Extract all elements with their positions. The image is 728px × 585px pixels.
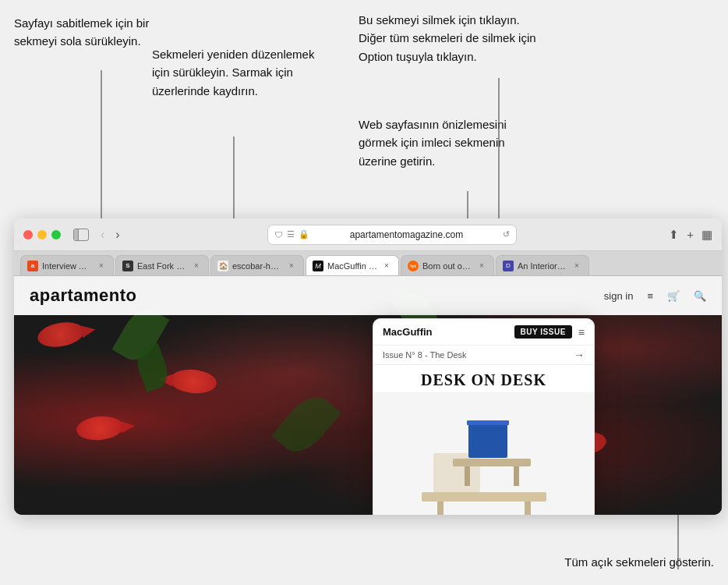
forward-button[interactable]: ›: [113, 228, 122, 242]
tab-favicon-interior: D: [503, 261, 514, 271]
tab-overview-icon[interactable]: ▦: [701, 228, 712, 242]
preview-headline: DESK ON DESK: [373, 365, 594, 392]
tab-favicon-macguffin: M: [313, 261, 323, 271]
tab-escobar[interactable]: 🏠 escobar-hous... ×: [210, 255, 304, 275]
cart-icon[interactable]: 🛒: [667, 290, 680, 302]
tab-label-macguffin: MacGuffin | D...: [327, 261, 377, 271]
tab-close-escobar[interactable]: ×: [286, 261, 297, 271]
sidebar-toggle-button[interactable]: [73, 229, 89, 241]
annotation-show-all-tabs: Tüm açık sekmeleri gösterin.: [496, 553, 714, 571]
sign-in-link[interactable]: sign in: [604, 290, 634, 302]
close-button[interactable]: [23, 230, 33, 239]
desk-top-surface: [453, 459, 531, 466]
menu-icon[interactable]: ≡: [647, 290, 653, 302]
toolbar-right: ⬆ + ▦: [669, 228, 712, 242]
back-button[interactable]: ‹: [98, 228, 107, 242]
fish-decoration-2: [169, 367, 217, 395]
tab-label-eastfork: East Fork Pott...: [137, 261, 187, 271]
shield-icon: 🛡: [274, 230, 283, 239]
desk-scene: [406, 400, 562, 509]
share-icon[interactable]: ⬆: [669, 228, 679, 242]
leaf-4: [271, 388, 341, 460]
tab-label-born: Born out of th...: [422, 261, 472, 271]
tab-close-born[interactable]: ×: [476, 261, 487, 271]
tab-close-eastfork[interactable]: ×: [191, 261, 202, 271]
desk-bottom-surface: [422, 492, 546, 502]
title-bar: ‹ › 🛡 ☰ 🔒 apartamentomagazine.com ↺ ⬆ + …: [14, 218, 722, 251]
tab-favicon-born: fyt: [408, 261, 419, 271]
preview-buy-button[interactable]: BUY ISSUE: [514, 325, 572, 339]
tab-armitano[interactable]: a Interview Armi... ×: [20, 255, 114, 275]
browser-window: ‹ › 🛡 ☰ 🔒 apartamentomagazine.com ↺ ⬆ + …: [14, 218, 722, 515]
preview-issue-text: Issue N° 8 - The Desk: [383, 350, 569, 360]
blue-box-lid: [467, 420, 509, 425]
preview-issue-bar: Issue N° 8 - The Desk →: [373, 346, 594, 365]
tab-label-armitano: Interview Armi...: [42, 261, 92, 271]
tab-born[interactable]: fyt Born out of th... ×: [401, 255, 494, 275]
tab-favicon-escobar: 🏠: [217, 261, 228, 271]
tab-interior[interactable]: D An Interior De... ×: [496, 255, 589, 275]
tab-label-interior: An Interior De...: [518, 261, 567, 271]
traffic-lights: [23, 230, 61, 239]
refresh-icon[interactable]: ↺: [503, 229, 510, 239]
fish-decoration-3: [76, 414, 124, 441]
blue-desk-box: [468, 423, 507, 458]
new-tab-icon[interactable]: +: [687, 228, 694, 241]
tab-bar: a Interview Armi... × S East Fork Pott..…: [14, 251, 722, 276]
header-nav: sign in ≡ 🛒 🔍: [604, 290, 706, 302]
lock-icon: 🔒: [299, 229, 309, 239]
annotation-preview: Web sayfasının önizlemesini görmek için …: [359, 115, 546, 170]
reader-icon: ☰: [287, 229, 295, 239]
tab-favicon-eastfork: S: [122, 261, 133, 271]
maximize-button[interactable]: [51, 230, 61, 239]
address-bar-wrap: 🛡 ☰ 🔒 apartamentomagazine.com ↺: [129, 225, 657, 245]
tab-eastfork[interactable]: S East Fork Pott... ×: [115, 255, 209, 275]
annotation-reorder-tabs: Sekmeleri yeniden düzenlemek için sürükl…: [152, 45, 323, 100]
preview-menu-icon[interactable]: ≡: [578, 326, 585, 339]
address-bar[interactable]: 🛡 ☰ 🔒 apartamentomagazine.com ↺: [267, 225, 517, 245]
site-logo[interactable]: apartamento: [30, 285, 137, 306]
preview-header: MacGuffin BUY ISSUE ≡: [373, 319, 594, 346]
tab-close-armitano[interactable]: ×: [96, 261, 107, 271]
preview-image: [373, 392, 594, 515]
fish-decoration-1: [36, 319, 86, 350]
annotation-close-tab: Bu sekmeyi silmek için tıklayın. Diğer t…: [359, 11, 546, 66]
page-content: apartamento sign in ≡ 🛒 🔍 MacGuffin BUY …: [14, 276, 722, 515]
preview-next-arrow[interactable]: →: [574, 349, 585, 361]
tab-macguffin[interactable]: M MacGuffin | D... ×: [306, 255, 399, 275]
url-text: apartamentomagazine.com: [313, 229, 499, 240]
tab-favicon-armitano: a: [27, 261, 38, 271]
search-icon[interactable]: 🔍: [694, 290, 706, 302]
tab-close-macguffin[interactable]: ×: [381, 261, 392, 271]
page-header: apartamento sign in ≡ 🛒 🔍: [14, 276, 722, 315]
tab-label-escobar: escobar-hous...: [232, 261, 282, 271]
preview-site-name: MacGuffin: [383, 326, 508, 338]
minimize-button[interactable]: [37, 230, 47, 239]
tab-preview-popup: MacGuffin BUY ISSUE ≡ Issue N° 8 - The D…: [373, 318, 595, 515]
tab-close-interior[interactable]: ×: [571, 261, 582, 271]
